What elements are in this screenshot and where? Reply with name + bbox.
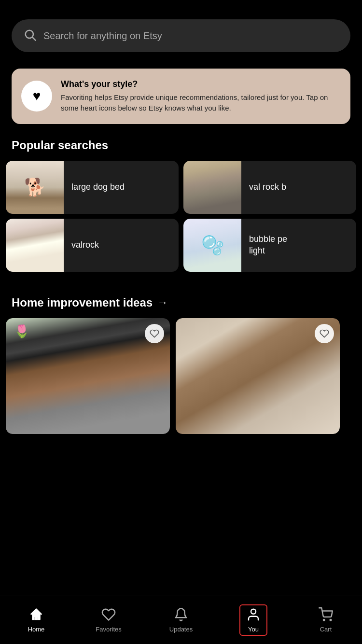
home-improvement-section: Home improvement ideas → 🌷 xyxy=(0,281,362,434)
nav-label-updates: Updates xyxy=(169,626,193,633)
home-improvement-heading: Home improvement ideas xyxy=(12,296,153,309)
wood-hook-favorite-button[interactable] xyxy=(315,324,334,343)
product-card-wood-hook[interactable] xyxy=(176,318,340,434)
search-placeholder-text: Search for anything on Etsy xyxy=(43,30,162,42)
home-improvement-arrow-icon[interactable]: → xyxy=(157,296,168,309)
svg-rect-3 xyxy=(32,614,41,620)
style-recommendation-card[interactable]: ♥ What's your style? Favoriting helps Et… xyxy=(12,69,350,124)
search-item-label-valrock: valrock xyxy=(64,239,179,251)
valrock-top-image xyxy=(183,161,241,214)
updates-icon xyxy=(174,607,188,624)
favorites-icon xyxy=(101,607,116,624)
bubble-image: 🫧 xyxy=(183,219,241,272)
search-grid: 🐕 large dog bed val rock b valrock 🫧 bub… xyxy=(0,161,362,272)
svg-point-6 xyxy=(330,619,332,621)
nav-label-home: Home xyxy=(28,626,45,633)
you-active-box: You xyxy=(239,604,267,636)
search-icon xyxy=(23,28,37,43)
popular-searches-heading: Popular searches xyxy=(0,139,362,161)
search-item-img-dog-bed: 🐕 xyxy=(6,161,64,214)
svg-line-1 xyxy=(32,37,35,40)
search-bar[interactable]: Search for anything on Etsy xyxy=(12,19,350,52)
popular-searches-section: Popular searches 🐕 large dog bed val roc… xyxy=(0,139,362,281)
dog-image: 🐕 xyxy=(6,161,64,214)
home-improvement-products-row: 🌷 xyxy=(0,318,362,434)
search-item-label-bubble-pendant: bubble pe light xyxy=(241,234,356,256)
heart-icon: ♥ xyxy=(33,88,41,104)
heart-icon-circle: ♥ xyxy=(21,81,52,112)
search-item-val-rock-b[interactable]: val rock b xyxy=(183,161,356,214)
svg-point-5 xyxy=(323,619,325,621)
nav-item-favorites[interactable]: Favorites xyxy=(72,596,145,644)
search-item-img-bubble: 🫧 xyxy=(183,219,241,272)
nav-label-cart: Cart xyxy=(320,626,332,633)
search-item-valrock[interactable]: valrock xyxy=(6,219,179,272)
tulips-decor: 🌷 xyxy=(14,324,29,339)
nav-label-you: You xyxy=(248,626,259,633)
search-item-bubble-pendant[interactable]: 🫧 bubble pe light xyxy=(183,219,356,272)
nav-item-cart[interactable]: Cart xyxy=(290,596,362,644)
style-card-description: Favoriting helps Etsy provide unique rec… xyxy=(61,92,341,113)
search-item-img-val-rock-b xyxy=(183,161,241,214)
svg-point-4 xyxy=(251,609,256,614)
product-card-bathroom-sink[interactable]: 🌷 xyxy=(6,318,170,434)
search-item-label-val-rock-b: val rock b xyxy=(241,182,356,193)
home-improvement-heading-row: Home improvement ideas → xyxy=(0,296,362,318)
search-item-label-dog-bed: large dog bed xyxy=(64,182,179,193)
valrock-person-image xyxy=(6,219,64,272)
bottom-navigation: Home Favorites Updates xyxy=(0,596,362,644)
search-item-large-dog-bed[interactable]: 🐕 large dog bed xyxy=(6,161,179,214)
nav-item-updates[interactable]: Updates xyxy=(145,596,217,644)
bathroom-sink-favorite-button[interactable] xyxy=(145,324,164,343)
search-item-img-valrock xyxy=(6,219,64,272)
nav-label-favorites: Favorites xyxy=(96,626,121,633)
home-icon xyxy=(29,607,43,624)
style-card-content: What's your style? Favoriting helps Etsy… xyxy=(61,79,341,113)
style-card-title: What's your style? xyxy=(61,79,341,89)
nav-item-home[interactable]: Home xyxy=(0,596,72,644)
cart-icon xyxy=(319,607,333,624)
nav-item-you[interactable]: You xyxy=(217,596,290,644)
search-bar-section: Search for anything on Etsy xyxy=(0,0,362,62)
you-icon xyxy=(246,607,261,624)
